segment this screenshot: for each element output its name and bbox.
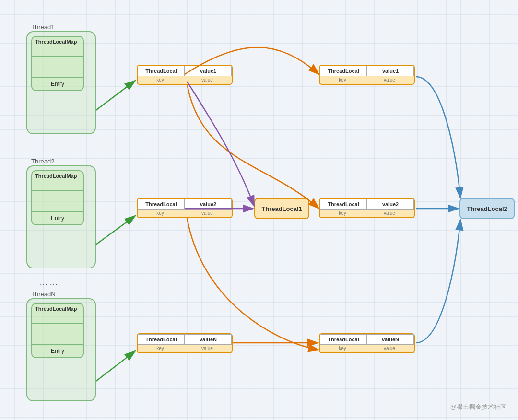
threadN-map: ThreadLocalMap Entry: [31, 303, 84, 358]
thread1-container: Thread1 ThreadLocalMap Entry: [26, 31, 96, 134]
thread1-map: ThreadLocalMap Entry: [31, 36, 84, 91]
entryN-right-val-label: value: [384, 346, 395, 351]
entry2-left: ThreadLocal value2 key value: [137, 198, 233, 218]
entry1-left: ThreadLocal value1 key value: [137, 65, 233, 85]
thread2-container: Thread2 ThreadLocalMap Entry: [26, 165, 96, 268]
entry2-right: ThreadLocal value2 key value: [319, 198, 415, 218]
dots-label: ……: [39, 277, 59, 287]
entry2-right-val-value: value2: [382, 201, 399, 207]
entry1-left-key-label: key: [156, 77, 164, 82]
thread2-entry-label: Entry: [32, 212, 83, 224]
entryN-left-val-label: value: [201, 346, 213, 351]
threadN-row1: [32, 313, 83, 324]
entry1-left-key-value: ThreadLocal: [145, 68, 177, 74]
entry1-left-val-cell: value1: [185, 66, 232, 76]
entryN-left-key-cell: ThreadLocal: [138, 334, 185, 345]
threadN-entry-label: Entry: [32, 345, 83, 357]
green-arrow-tN-eN: [96, 351, 135, 381]
threadlocal1-node: ThreadLocal1: [254, 198, 309, 219]
entry2-right-val-cell: value2: [367, 199, 414, 210]
entry1-right-val-value: value1: [382, 68, 399, 74]
entryN-right-key-label: key: [339, 346, 346, 351]
entryN-left: ThreadLocal valueN key value: [137, 333, 233, 353]
entryN-right-key-value: ThreadLocal: [328, 337, 359, 342]
entry2-right-key-value: ThreadLocal: [328, 201, 359, 207]
threadN-label: ThreadN: [31, 291, 56, 298]
thread2-row2: [32, 191, 83, 201]
entryN-right-val-value: valueN: [382, 337, 399, 342]
entry1-right-key-label: key: [339, 77, 346, 82]
blue-arrow-reN-tl2: [416, 220, 460, 343]
entry2-left-key-cell: ThreadLocal: [138, 199, 185, 210]
entryN-left-key-label: key: [156, 346, 164, 351]
threadN-container: ThreadN ThreadLocalMap Entry: [26, 298, 96, 401]
threadN-map-title: ThreadLocalMap: [32, 304, 83, 313]
threadlocal2-node: ThreadLocal2: [459, 198, 515, 219]
thread1-map-title: ThreadLocalMap: [32, 37, 83, 46]
blue-arrow-re1-tl2: [416, 77, 460, 198]
entryN-right: ThreadLocal valueN key value: [319, 333, 415, 353]
entryN-right-key-cell: ThreadLocal: [320, 334, 367, 345]
entry2-left-key-value: ThreadLocal: [145, 201, 177, 207]
thread2-map-title: ThreadLocalMap: [32, 171, 83, 180]
thread2-row1: [32, 180, 83, 191]
thread2-row3: [32, 201, 83, 212]
purple-arrow-e1-tl1: [187, 82, 254, 206]
entry1-left-val-value: value1: [200, 68, 216, 74]
green-arrow-t2-e2: [96, 216, 135, 245]
entryN-left-val-value: valueN: [200, 337, 217, 342]
entry2-left-val-label: value: [201, 210, 213, 216]
threadN-row2: [32, 324, 83, 334]
thread1-entry-label: Entry: [32, 78, 83, 90]
entry1-left-key-cell: ThreadLocal: [138, 66, 185, 76]
entry1-right-val-label: value: [384, 77, 395, 82]
thread2-map: ThreadLocalMap Entry: [31, 170, 84, 225]
entry2-left-val-cell: value2: [185, 199, 232, 210]
watermark: @稀土掘金技术社区: [450, 403, 506, 411]
green-arrow-t1-e1: [96, 81, 135, 110]
thread1-label: Thread1: [31, 23, 54, 31]
threadlocal1-label: ThreadLocal1: [261, 205, 302, 212]
entry2-left-key-label: key: [156, 210, 164, 216]
thread1-row1: [32, 46, 83, 57]
threadN-row3: [32, 334, 83, 345]
entry2-right-key-cell: ThreadLocal: [320, 199, 367, 210]
entry1-right-key-cell: ThreadLocal: [320, 66, 367, 76]
entry1-right-val-cell: value1: [367, 66, 414, 76]
entryN-right-val-cell: valueN: [367, 334, 414, 345]
entry2-left-val-value: value2: [200, 201, 216, 207]
entryN-left-key-value: ThreadLocal: [145, 337, 177, 342]
entry1-right-key-value: ThreadLocal: [328, 68, 359, 74]
orange-arc-e1-re2: [187, 84, 319, 209]
thread2-label: Thread2: [31, 158, 54, 165]
thread1-row2: [32, 57, 83, 67]
entry2-right-val-label: value: [384, 210, 395, 216]
thread1-row3: [32, 67, 83, 78]
orange-arc-e2-reN: [187, 218, 319, 350]
entryN-left-val-cell: valueN: [185, 334, 232, 345]
threadlocal2-label: ThreadLocal2: [467, 205, 507, 212]
entry1-right: ThreadLocal value1 key value: [319, 65, 415, 85]
entry1-left-val-label: value: [201, 77, 213, 82]
entry2-right-key-label: key: [339, 210, 346, 216]
